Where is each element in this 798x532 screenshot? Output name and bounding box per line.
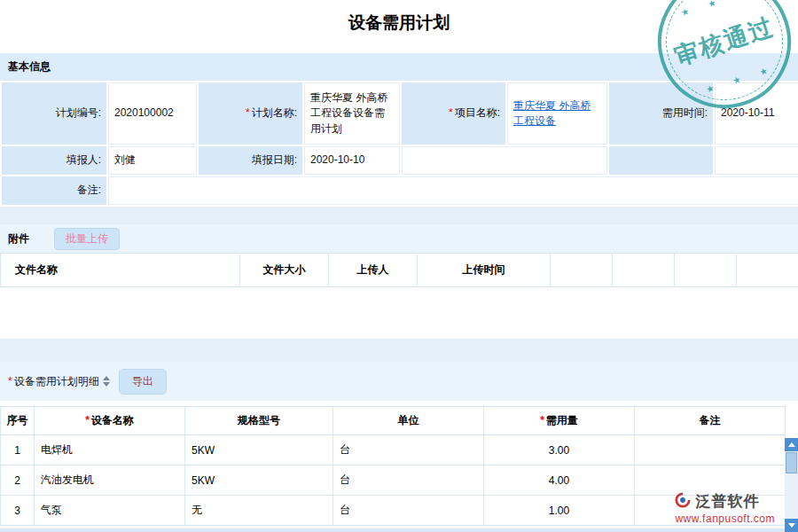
fanpu-logo-icon — [675, 492, 691, 511]
cell-unit: 台 — [333, 435, 484, 466]
cell-seq: 2 — [1, 466, 35, 496]
basic-info-table: 计划编号: 2020100002 *计划名称: 重庆华夏 外高桥工程设备设备需用… — [0, 81, 798, 207]
section-spacer — [0, 207, 798, 224]
col-uploader: 上传人 — [329, 254, 418, 287]
reporter-value: 刘健 — [108, 146, 197, 175]
remark-value — [108, 176, 798, 205]
remark-label-text: 备注: — [77, 184, 101, 196]
attachments-table: 文件名称 文件大小 上传人 上传时间 — [0, 253, 798, 287]
empty-label-cell — [609, 146, 713, 175]
scrollbar-track[interactable] — [785, 474, 798, 519]
attachments-header-row: 文件名称 文件大小 上传人 上传时间 — [1, 254, 798, 287]
cell-equipment-name: 汽油发电机 — [35, 466, 185, 496]
empty-value-cell — [715, 146, 798, 175]
reporter-label-text: 填报人: — [66, 153, 101, 166]
col-equipment-name: *设备名称 — [35, 407, 185, 435]
col-upload-time: 上传时间 — [418, 254, 551, 287]
reporter-value-text: 刘健 — [114, 153, 136, 166]
need-date-value-text: 2020-10-11 — [721, 106, 775, 119]
required-marker: * — [85, 414, 90, 426]
cell-remark — [635, 435, 786, 466]
details-title: 设备需用计划明细 — [14, 374, 99, 389]
plan-name-label-text: 计划名称: — [252, 106, 297, 119]
fanpu-watermark: 泛普软件 www.fanpusoft.com — [675, 491, 775, 525]
cell-required-qty: 4.00 — [484, 466, 635, 496]
cell-unit: 台 — [333, 466, 484, 496]
plan-no-label: 计划编号: — [2, 82, 106, 145]
details-header-row: 序号 *设备名称 规格型号 单位 *需用量 备注 — [1, 407, 786, 435]
report-date-value: 2020-10-10 — [304, 146, 400, 175]
horizontal-scrollbar-track[interactable] — [0, 528, 785, 532]
plan-name-value-text: 重庆华夏 外高桥工程设备设备需用计划 — [310, 91, 387, 135]
cell-spec-model: 5KW — [185, 466, 333, 496]
empty-value-cell — [402, 146, 607, 175]
page-title: 设备需用计划 — [0, 0, 798, 44]
need-date-value: 2020-10-11 — [715, 82, 798, 145]
project-link[interactable]: 重庆华夏 外高桥工程设备 — [513, 99, 591, 127]
col-file-size: 文件大小 — [240, 254, 329, 287]
need-date-label: 需用时间: — [609, 82, 713, 145]
attachments-empty-area — [0, 287, 798, 339]
plan-no-label-text: 计划编号: — [56, 106, 101, 119]
plan-name-label: *计划名称: — [199, 82, 302, 145]
col-unit: 单位 — [333, 407, 484, 435]
report-date-label-text: 填报日期: — [252, 153, 297, 166]
vertical-scrollbar[interactable] — [785, 438, 798, 532]
basic-info-title: 基本信息 — [8, 60, 51, 73]
basic-info-header: 基本信息 — [0, 53, 798, 81]
required-marker: * — [540, 414, 544, 426]
scrollbar-thumb[interactable] — [786, 452, 797, 473]
col-empty — [551, 254, 613, 287]
col-remark: 备注 — [635, 407, 786, 435]
remark-label: 备注: — [2, 176, 106, 205]
report-date-label: 填报日期: — [199, 146, 302, 175]
plan-name-value: 重庆华夏 外高桥工程设备设备需用计划 — [304, 82, 400, 145]
scroll-down-button[interactable] — [785, 519, 798, 532]
cell-unit: 台 — [333, 496, 484, 526]
arrow-down-icon — [788, 523, 795, 528]
details-header: * 设备需用计划明细 导出 — [0, 362, 798, 401]
col-required-qty-text: 需用量 — [546, 414, 578, 426]
cell-required-qty: 1.00 — [484, 496, 635, 526]
equipment-plan-page: 设备需用计划 ★ ★ ★ 审核通过 ★ ★ ★ 基本信息 计划编号: 20201… — [0, 0, 798, 532]
sort-icon[interactable] — [103, 376, 110, 387]
col-spec-model: 规格型号 — [185, 407, 333, 435]
detail-row: 2 汽油发电机 5KW 台 4.00 — [1, 466, 786, 496]
detail-row: 3 气泵 无 台 1.00 — [1, 496, 786, 526]
batch-upload-button[interactable]: 批量上传 — [54, 228, 120, 250]
col-file-name: 文件名称 — [1, 254, 240, 287]
required-marker: * — [449, 106, 453, 119]
cell-equipment-name: 气泵 — [35, 496, 185, 526]
project-value: 重庆华夏 外高桥工程设备 — [507, 82, 607, 145]
export-button[interactable]: 导出 — [119, 369, 167, 395]
col-required-qty: *需用量 — [484, 407, 635, 435]
reporter-label: 填报人: — [2, 146, 106, 175]
required-marker: * — [246, 106, 250, 119]
col-empty — [737, 254, 798, 287]
col-empty — [613, 254, 675, 287]
project-label: *项目名称: — [402, 82, 505, 145]
col-seq: 序号 — [1, 407, 35, 435]
attachments-title: 附件 — [8, 231, 29, 246]
cell-equipment-name: 电焊机 — [35, 435, 185, 466]
details-table: 序号 *设备名称 规格型号 单位 *需用量 备注 1 电焊机 5KW 台 3.0… — [0, 406, 786, 526]
plan-no-value-text: 2020100002 — [114, 106, 174, 119]
report-date-value-text: 2020-10-10 — [310, 153, 364, 166]
detail-row: 1 电焊机 5KW 台 3.00 — [1, 435, 786, 466]
cell-spec-model: 5KW — [185, 435, 333, 466]
cell-spec-model: 无 — [185, 496, 333, 526]
col-empty — [675, 254, 737, 287]
brand-url: www.fanpusoft.com — [675, 512, 775, 525]
attachments-header: 附件 批量上传 — [0, 224, 798, 253]
cell-seq: 3 — [1, 496, 35, 526]
brand-name: 泛普软件 — [695, 491, 759, 512]
arrow-up-icon — [788, 442, 795, 447]
plan-no-value: 2020100002 — [108, 82, 197, 145]
need-date-label-text: 需用时间: — [662, 106, 708, 119]
col-equipment-name-text: 设备名称 — [91, 414, 134, 426]
cell-required-qty: 3.00 — [484, 435, 635, 466]
top-gap — [0, 44, 798, 53]
project-label-text: 项目名称: — [455, 106, 500, 119]
required-marker: * — [8, 375, 12, 387]
scroll-up-button[interactable] — [785, 438, 798, 451]
